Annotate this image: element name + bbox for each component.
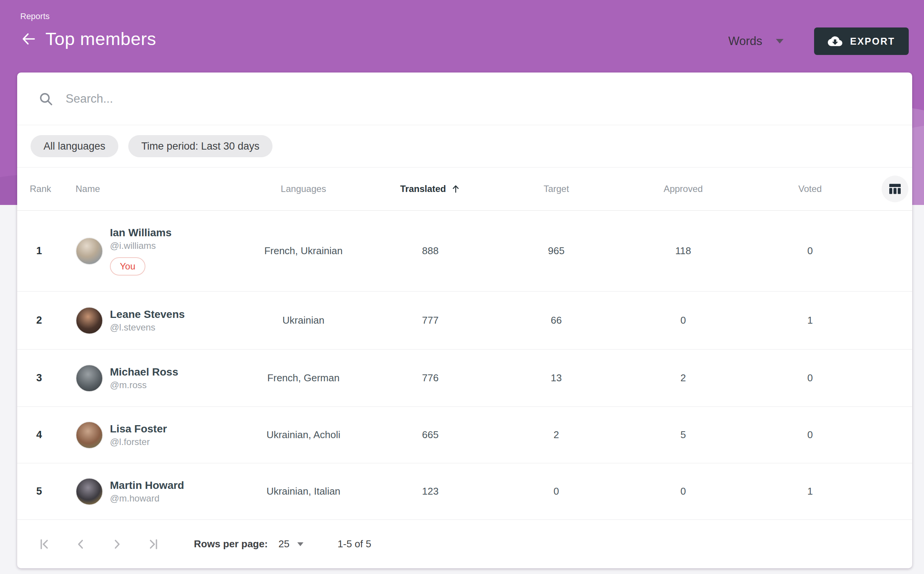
languages-value: Ukrainian, Acholi <box>231 429 376 441</box>
next-page-button[interactable] <box>110 537 124 551</box>
translated-value: 888 <box>376 245 485 257</box>
approved-value: 118 <box>628 245 739 257</box>
voted-value: 1 <box>739 485 882 497</box>
table-row[interactable]: 5 Martin Howard @m.howard Ukrainian, Ita… <box>17 463 912 520</box>
voted-value: 0 <box>739 245 882 257</box>
translated-value: 777 <box>376 314 485 326</box>
languages-value: French, Ukrainian <box>231 245 376 257</box>
table-row[interactable]: 2 Leane Stevens @l.stevens Ukrainian 777… <box>17 292 912 350</box>
target-value: 2 <box>485 429 628 441</box>
search-input[interactable] <box>66 92 600 106</box>
rank-value: 4 <box>17 429 61 441</box>
column-header-name: Name <box>61 184 231 194</box>
cloud-download-icon <box>828 34 842 48</box>
column-settings-button[interactable] <box>882 176 908 202</box>
column-header-translated[interactable]: Translated <box>376 184 485 194</box>
target-value: 0 <box>485 485 628 497</box>
column-header-target: Target <box>485 184 628 194</box>
avatar <box>76 364 103 392</box>
avatar <box>76 237 103 265</box>
filter-chips: All languages Time period: Last 30 days <box>17 125 912 168</box>
table-row[interactable]: 1 Ian Williams @i.williams You French, U… <box>17 211 912 292</box>
member-handle: @m.ross <box>110 380 178 390</box>
first-page-icon <box>39 538 52 551</box>
approved-value: 2 <box>628 372 739 384</box>
filter-chip-languages[interactable]: All languages <box>31 135 118 157</box>
chevron-right-icon <box>110 538 123 551</box>
report-card: All languages Time period: Last 30 days … <box>17 73 912 568</box>
languages-value: Ukrainian, Italian <box>231 485 376 497</box>
export-button-label: EXPORT <box>850 36 895 47</box>
column-header-voted: Voted <box>739 184 882 194</box>
member-name: Leane Stevens <box>110 308 185 321</box>
avatar <box>76 478 103 505</box>
member-handle: @l.forster <box>110 437 167 447</box>
table-header-row: Rank Name Languages Translated Target Ap… <box>17 168 912 211</box>
arrow-left-icon <box>20 31 37 47</box>
translated-value: 776 <box>376 372 485 384</box>
member-handle: @l.stevens <box>110 322 185 333</box>
filter-chip-time-period[interactable]: Time period: Last 30 days <box>128 135 273 157</box>
target-value: 965 <box>485 245 628 257</box>
rank-value: 1 <box>17 245 61 257</box>
first-page-button[interactable] <box>38 537 52 551</box>
member-handle: @m.howard <box>110 493 184 504</box>
chevron-down-icon <box>297 542 303 546</box>
avatar <box>76 421 103 449</box>
you-badge: You <box>110 257 145 276</box>
voted-value: 0 <box>739 429 882 441</box>
last-page-icon <box>146 538 159 551</box>
previous-page-button[interactable] <box>74 537 88 551</box>
pagination-range: 1-5 of 5 <box>338 538 371 550</box>
search-bar <box>17 73 912 125</box>
rank-value: 2 <box>17 314 61 326</box>
member-name: Lisa Foster <box>110 423 167 435</box>
unit-dropdown-value: Words <box>728 34 762 48</box>
column-header-approved: Approved <box>628 184 739 194</box>
back-button[interactable] <box>20 31 37 47</box>
approved-value: 0 <box>628 314 739 326</box>
breadcrumb: Reports <box>20 11 156 21</box>
rows-per-page-select[interactable]: 25 <box>279 538 303 550</box>
search-icon <box>38 91 53 106</box>
table-row[interactable]: 4 Lisa Foster @l.forster Ukrainian, Acho… <box>17 407 912 463</box>
rows-per-page-value: 25 <box>279 538 290 550</box>
header-actions: Words EXPORT <box>728 27 909 55</box>
rank-value: 3 <box>17 372 61 384</box>
translated-value: 123 <box>376 485 485 497</box>
pagination-bar: Rows per page: 25 1-5 of 5 <box>17 520 912 568</box>
column-header-rank: Rank <box>17 184 61 194</box>
target-value: 66 <box>485 314 628 326</box>
voted-value: 0 <box>739 372 882 384</box>
chevron-down-icon <box>776 39 784 44</box>
languages-value: French, German <box>231 372 376 384</box>
view-columns-icon <box>887 181 903 197</box>
column-header-languages: Languages <box>231 184 376 194</box>
approved-value: 0 <box>628 485 739 497</box>
voted-value: 1 <box>739 314 882 326</box>
translated-value: 665 <box>376 429 485 441</box>
sort-arrow-up-icon <box>451 184 461 194</box>
last-page-button[interactable] <box>146 537 160 551</box>
member-name: Michael Ross <box>110 366 178 378</box>
export-button[interactable]: EXPORT <box>814 27 909 55</box>
target-value: 13 <box>485 372 628 384</box>
member-name: Martin Howard <box>110 479 184 492</box>
member-handle: @i.williams <box>110 240 172 251</box>
rank-value: 5 <box>17 485 61 497</box>
column-header-translated-label: Translated <box>400 184 446 194</box>
unit-dropdown[interactable]: Words <box>728 34 784 48</box>
rows-per-page-label: Rows per page: <box>194 538 268 550</box>
header-left: Reports Top members <box>20 11 156 49</box>
approved-value: 5 <box>628 429 739 441</box>
avatar <box>76 307 103 334</box>
member-name: Ian Williams <box>110 227 172 239</box>
chevron-left-icon <box>74 538 87 551</box>
table-row[interactable]: 3 Michael Ross @m.ross French, German 77… <box>17 350 912 407</box>
page-title: Top members <box>45 28 156 49</box>
languages-value: Ukrainian <box>231 314 376 326</box>
